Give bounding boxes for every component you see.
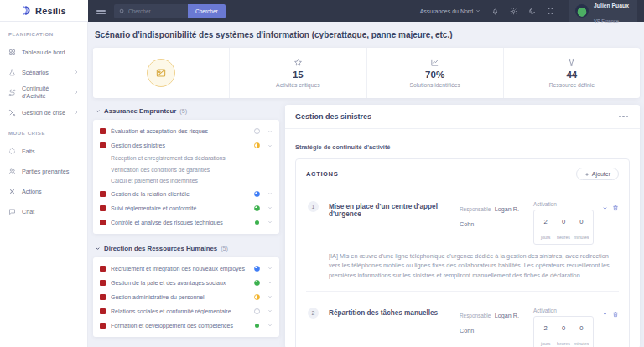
chevron-down-icon [95,246,101,251]
activity-row[interactable]: Formation et développement des compétenc… [93,319,279,333]
org-selector[interactable]: Assurances du Nord [420,8,480,14]
dark-mode-moon-icon[interactable] [528,8,536,15]
stat-solutions-identifiees: 70% Solutions identifiées [366,48,503,98]
activity-row[interactable]: Évaluation et acceptation des risques [93,124,279,138]
progress-status-icon [255,324,259,328]
activity-row[interactable]: Relations sociales et conformité régleme… [93,304,279,319]
progress-status-icon [254,142,260,148]
chevron-right-icon [74,90,79,95]
group-count: (5) [221,245,228,252]
sidebar-item-tableau-de-bord[interactable]: Tableau de bord [0,42,87,62]
group-header-ressources-humaines[interactable]: Direction des Ressources Humaines (5) [93,242,279,257]
sidebar-section-planification: PLANIFICATION [0,28,87,42]
stat-label: Activités critiques [276,82,320,88]
chevron-down-icon[interactable] [267,294,273,299]
stat-value: 70% [425,70,444,80]
collapse-chevron-icon[interactable] [602,205,608,211]
sidebar-item-chat[interactable]: Chat [0,201,87,221]
activity-row[interactable]: Gestion des sinistres [93,138,279,153]
group-title: Direction des Ressources Humaines [104,245,217,252]
nodes-icon [567,58,576,67]
menu-toggle-icon[interactable] [95,6,107,17]
collapse-chevron-icon[interactable] [602,311,608,317]
add-action-button[interactable]: Ajouter [576,168,619,180]
action-item: 1 Mise en place d'un centre d'appel d'ur… [306,185,619,280]
stats-card: 15 Activités critiques 70% Solutions ide… [93,48,640,98]
chevron-down-icon[interactable] [267,129,273,134]
activity-row[interactable]: Recrutement et intégration des nouveaux … [93,262,279,276]
chevron-down-icon [475,8,480,13]
dashed-circle-icon [8,148,16,155]
criticality-square-icon [100,294,106,300]
activity-row[interactable]: Gestion de la relation clientèle [93,187,279,201]
line-chart-icon [430,58,439,67]
criticality-square-icon [100,280,106,286]
stat-label: Solutions identifiées [409,82,460,88]
group-title: Assurance Emprunteur [104,107,176,115]
activity-row[interactable]: Suivi réglementaire et conformité [93,201,279,215]
chevron-down-icon[interactable] [267,280,273,285]
activity-row[interactable]: Contrôle et analyse des risques techniqu… [93,215,279,230]
criticality-square-icon [100,266,106,272]
chevron-down-icon[interactable] [267,143,273,148]
criticality-square-icon [100,205,106,211]
fullscreen-icon[interactable] [547,8,554,15]
sidebar-item-continuite-activite[interactable]: Continuité d'Activité [0,82,87,102]
search-input[interactable] [128,8,183,14]
activities-card: Évaluation et acceptation des risques Ge… [93,120,279,234]
activity-sub-item[interactable]: Vérification des conditions de garanties [93,164,279,176]
activities-column: Assurance Emprunteur (5) Évaluation et a… [93,105,279,345]
action-description: [IA] Mis en œuvre d'une ligne téléphoniq… [329,251,619,280]
stat-ressource-definie: 44 Ressource définie [503,48,640,98]
activity-sub-item[interactable]: Calcul et paiement des indemnités [93,175,279,187]
search-button[interactable]: Chercher [188,4,226,18]
actions-card: ACTIONS Ajouter 1 Mise en place d'un cen… [295,158,630,347]
org-name: Assurances du Nord [420,8,473,14]
progress-status-icon [254,205,260,211]
sidebar-item-label: Tableau de bord [22,49,65,56]
sidebar-item-faits[interactable]: Faits [0,141,87,161]
chevron-down-icon[interactable] [267,205,273,210]
group-header-assurance-emprunteur[interactable]: Assurance Emprunteur (5) [93,105,279,120]
kebab-menu-icon[interactable] [617,114,631,120]
activation-label: Activation [533,201,557,207]
chevron-down-icon[interactable] [267,323,273,328]
sidebar-item-actions[interactable]: Actions [0,181,87,201]
sidebar-item-parties-prenantes[interactable]: Parties prenantes [0,161,87,181]
responsable-label: Responsable [460,206,491,212]
trash-icon[interactable] [612,205,619,211]
user-role: VP Finance [594,18,619,23]
activation-duration-box[interactable]: 2jours 0heures 0minutes [533,316,594,347]
dashboard-grid-icon [8,49,16,56]
trash-icon[interactable] [612,311,619,318]
sidebar-item-scenarios[interactable]: Scénarios [0,62,87,82]
criticality-square-icon [100,142,106,148]
settings-gear-icon[interactable] [510,8,517,15]
action-title: Mise en place d'un centre d'appel d'urge… [329,203,460,218]
detail-column: Gestion des sinistres Stratégie de conti… [285,105,640,347]
responsable-label: Responsable [460,313,491,319]
chevron-right-icon [74,110,79,115]
sidebar: PLANIFICATION Tableau de bord Scénarios … [0,22,88,347]
logo-icon [22,5,33,16]
activities-card: Recrutement et intégration des nouveaux … [93,257,279,337]
user-menu[interactable]: Julien Puaux VP Finance [569,0,637,22]
people-icon [8,168,16,175]
sidebar-item-label: Actions [22,188,42,195]
activity-row[interactable]: Gestion de la paie et des avantages soci… [93,276,279,290]
chevron-down-icon[interactable] [267,220,273,225]
logo[interactable]: Resilis [0,0,88,22]
detail-title: Gestion des sinistres [295,112,371,121]
sidebar-item-gestion-de-crise[interactable]: Gestion de crise [0,102,87,122]
activation-duration-box[interactable]: 2jours 0heures 0minutes [533,210,594,245]
chevron-down-icon[interactable] [267,266,273,271]
plus-icon [584,172,589,177]
actions-header: ACTIONS [306,170,338,178]
criticality-square-icon [100,308,106,314]
activity-row[interactable]: Gestion administrative du personnel [93,290,279,304]
notifications-bell-icon[interactable] [491,8,499,15]
chevron-down-icon [95,108,101,114]
chevron-down-icon[interactable] [267,191,273,196]
chevron-down-icon[interactable] [267,308,273,313]
activity-sub-item[interactable]: Réception et enregistrement des déclarat… [93,153,279,164]
